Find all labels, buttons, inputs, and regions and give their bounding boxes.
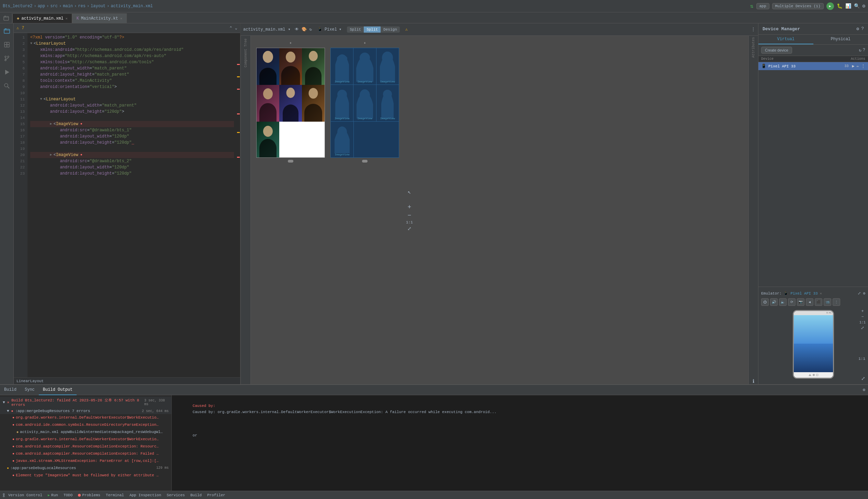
emulator-device-name[interactable]: Pixel API 33 — [790, 291, 818, 296]
fullscreen-btn[interactable]: ⤢ — [860, 325, 865, 331]
expand-btn[interactable]: + — [860, 309, 865, 314]
preview-filename[interactable]: activity_main.xml — [243, 27, 285, 32]
zoom-in-button[interactable]: + — [408, 204, 412, 211]
emulator-more-button[interactable]: ⋮ — [833, 298, 840, 306]
close-kt-tab[interactable]: ✕ — [120, 16, 122, 21]
code-mode-button[interactable]: Split — [347, 26, 364, 33]
device-action-more[interactable]: ⋮ — [861, 64, 865, 69]
settings-icon[interactable]: ⚙ — [863, 3, 865, 9]
sync-tab[interactable]: Sync — [21, 385, 39, 395]
design-mode-button[interactable]: Design — [381, 26, 400, 33]
status-version-control[interactable]: Version Control — [3, 493, 42, 497]
devices-button[interactable]: Multiple Devices (1) — [772, 3, 824, 9]
breadcrumb-project[interactable]: Bts_lecture2 — [3, 4, 32, 9]
collapse-icon[interactable]: ⌄ — [235, 25, 237, 31]
device-action-launch[interactable]: ▶ — [852, 64, 855, 69]
breadcrumb-file[interactable]: activity_main.xml — [111, 4, 153, 9]
cursor-icon[interactable]: ↖ — [408, 189, 411, 196]
preview-warning-icon[interactable]: ⚠ — [405, 27, 408, 32]
status-problems[interactable]: Problems — [78, 493, 100, 497]
debug-icon[interactable]: 🐛 — [837, 3, 843, 9]
tab-mainactivity-kt[interactable]: K MainActivity.kt ✕ — [72, 13, 127, 23]
breadcrumb-src[interactable]: src — [50, 4, 58, 9]
profile-icon[interactable]: 📊 — [845, 3, 851, 9]
build-item-0[interactable]: ● org.gradle.workers.internal.DefaultWor… — [0, 414, 171, 421]
sidebar-run[interactable] — [2, 67, 12, 77]
device-selector[interactable]: 📱 Pixel ▾ — [317, 27, 341, 32]
dropdown-icon[interactable]: ▾ — [288, 27, 290, 32]
resize-handle[interactable] — [288, 160, 293, 163]
run-button[interactable]: ▶ — [826, 2, 834, 10]
phone-screen[interactable] — [794, 315, 833, 372]
status-profiler[interactable]: Profiler — [207, 493, 225, 497]
zoom-out-button[interactable]: − — [408, 212, 412, 219]
device-dropdown[interactable]: ▾ — [339, 27, 341, 32]
dm-help-icon[interactable]: ? — [861, 26, 864, 32]
build-item-7[interactable]: ● :app:parseDebugLocalResources 129 ms — [0, 465, 171, 472]
ratio-btn[interactable]: 1:1 — [860, 320, 865, 325]
sidebar-resource-manager[interactable] — [2, 40, 12, 49]
app-button[interactable]: app — [756, 3, 769, 9]
build-output-tab[interactable]: Build Output — [39, 385, 77, 395]
create-device-button[interactable]: Create device — [761, 47, 792, 54]
dm-refresh-icon[interactable]: ↻ — [859, 48, 861, 53]
breadcrumb-main[interactable]: main — [63, 4, 73, 9]
build-item-3[interactable]: ● org.gradle.workers.internal.DefaultWor… — [0, 436, 171, 443]
eye-icon[interactable]: 👁 — [295, 27, 299, 32]
build-item-4[interactable]: ● com.android.aaptcompiler.ResourceCompi… — [0, 443, 171, 450]
search-icon[interactable]: 🔍 — [854, 3, 860, 9]
split-mode-button[interactable]: Split — [364, 26, 381, 33]
emulator-rotate-button[interactable]: ⟳ — [788, 298, 796, 306]
breadcrumb-layout[interactable]: layout — [91, 4, 105, 9]
close-emulator-tab[interactable]: ✕ — [820, 291, 822, 296]
palette-icon[interactable]: 🎨 — [302, 27, 307, 32]
breadcrumb-app[interactable]: app — [38, 4, 45, 9]
breadcrumb-res[interactable]: res — [78, 4, 86, 9]
sync-icon[interactable]: ⇅ — [750, 3, 754, 10]
sidebar-project[interactable] — [2, 26, 12, 36]
status-todo[interactable]: TODO — [64, 493, 72, 497]
emulator-camera-button[interactable]: 📹 — [824, 298, 831, 306]
merge-resources-header[interactable]: ▼ ● :app:mergeDebugResources 7 errors 2 … — [0, 408, 171, 414]
dm-virtual-tab[interactable]: Virtual — [758, 35, 813, 44]
close-xml-tab[interactable]: ✕ — [66, 16, 68, 21]
emulator-settings-icon[interactable]: ⚙ — [863, 291, 865, 296]
resize-handle-bp[interactable] — [362, 160, 368, 163]
home-back-button[interactable] — [809, 374, 811, 376]
fit-screen-icon[interactable]: ⤢ — [407, 226, 412, 232]
code-lines[interactable]: <?xml version="1.0" encoding="utf-8"?> ▼… — [27, 33, 237, 377]
build-tab[interactable]: Build — [0, 385, 21, 395]
attributes-toggle-btn[interactable]: ℹ — [753, 378, 754, 384]
emulator-expand-icon[interactable]: ⤢ — [858, 291, 861, 296]
zoom-ratio-label[interactable]: 1:1 — [406, 220, 413, 224]
home-button[interactable] — [813, 374, 815, 376]
build-failed-header[interactable]: ▼ ✕ Build Bts_lecture2: failed At 2023-0… — [0, 397, 171, 408]
emulator-power-button[interactable]: ⏻ — [761, 298, 769, 306]
attributes-toggle[interactable]: ⋮ — [751, 27, 755, 32]
home-recents-button[interactable] — [816, 374, 818, 376]
status-run[interactable]: ▶ Run — [48, 493, 58, 497]
emulator-home-button[interactable]: ⬛ — [815, 298, 822, 306]
device-action-edit[interactable]: ✏ — [857, 64, 859, 69]
status-app-inspection[interactable]: App Inspection — [129, 493, 161, 497]
status-services[interactable]: Services — [167, 493, 185, 497]
status-build[interactable]: Build — [190, 493, 202, 497]
sidebar-git[interactable] — [2, 54, 12, 63]
emulator-screenshot-button[interactable]: 📷 — [797, 298, 804, 306]
build-item-2[interactable]: ◈ activity_main.xml appWBuildWintermedia… — [0, 429, 171, 436]
error-output-panel[interactable]: Caused by: Caused by: org.gradle.workers… — [172, 395, 868, 491]
refresh-icon[interactable]: ↻ — [309, 27, 312, 32]
dm-help2-icon[interactable]: ? — [863, 48, 865, 53]
resize-icon[interactable]: ⤢ — [861, 376, 865, 381]
sidebar-search[interactable] — [2, 81, 12, 91]
bottom-settings-icon[interactable]: ⚙ — [863, 387, 865, 392]
contract-btn[interactable]: − — [860, 314, 865, 320]
tab-activity-main-xml[interactable]: ◈ activity_main.xml ✕ — [12, 13, 72, 23]
dm-settings-icon[interactable]: ⚙ — [856, 26, 859, 32]
expand-icon[interactable]: ⌃ — [230, 25, 232, 31]
emulator-back-button[interactable]: ◀ — [806, 298, 813, 306]
build-item-5[interactable]: ● com.android.aaptcompiler.ResourceCompi… — [0, 450, 171, 457]
status-terminal[interactable]: Terminal — [106, 493, 124, 497]
build-item-8[interactable]: ● Element type "ImageView" must be follo… — [0, 472, 171, 479]
dm-device-pixel[interactable]: 📱 Pixel API 33 33 ▶ ✏ ⋮ — [758, 62, 868, 70]
